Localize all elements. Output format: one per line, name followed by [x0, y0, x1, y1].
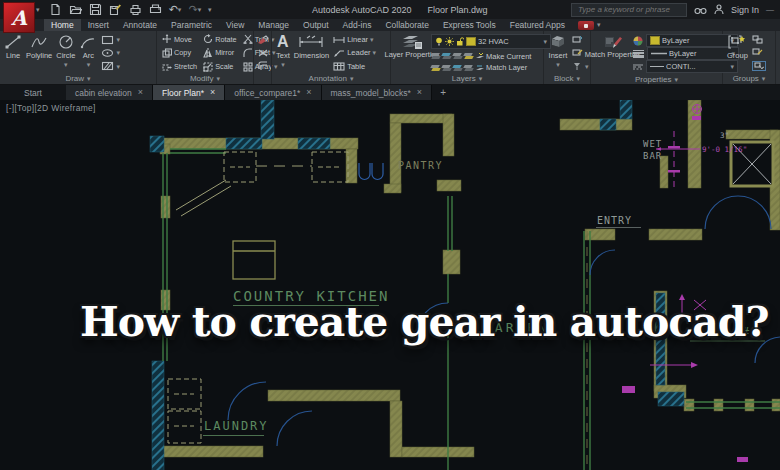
tab-output[interactable]: Output [296, 19, 336, 31]
layer-select-dropdown[interactable]: 32 HVAC ▾ [431, 34, 551, 49]
properties-panel-title[interactable]: Properties▾ [591, 74, 722, 84]
stretch-tool[interactable]: Stretch [162, 62, 197, 72]
linear-dimension-tool[interactable]: Linear▾ [333, 35, 376, 44]
plot-icon[interactable] [128, 3, 142, 17]
arc-caret-icon[interactable]: ▾ [87, 61, 91, 68]
tab-express-tools[interactable]: Express Tools [436, 19, 503, 31]
layer-lock-icon[interactable] [464, 52, 473, 60]
draw-panel-title[interactable]: Draw▾ [0, 73, 156, 84]
new-file-icon[interactable] [48, 3, 62, 17]
layer-thaw-all-icon[interactable] [442, 64, 451, 72]
help-search-field[interactable] [571, 3, 687, 17]
copy-tool[interactable]: Copy [162, 48, 197, 58]
kitchen-island [233, 241, 275, 279]
minimize-icon[interactable]: — [766, 5, 774, 14]
table-tool[interactable]: Table [333, 62, 376, 71]
search-input[interactable] [576, 4, 682, 15]
layer-properties-button[interactable]: Layer Properties [393, 33, 431, 73]
plugin-caret-icon[interactable]: ▾ [597, 21, 601, 29]
drawing-canvas[interactable]: [-][Top][2D Wireframe] [0, 100, 780, 470]
layer-thaw-sun-icon[interactable] [445, 37, 454, 46]
ellipse-tool[interactable]: ▾ [101, 48, 120, 58]
dimension-tool[interactable]: Dimension [292, 33, 331, 73]
group-tool[interactable]: Group [725, 33, 750, 73]
tab-annotate[interactable]: Annotate [116, 19, 164, 31]
hatch-tool[interactable]: ▾ [101, 61, 120, 71]
match-properties-button[interactable]: Match Properties [593, 33, 633, 74]
print-icon[interactable] [148, 3, 162, 17]
insert-block-tool[interactable]: Insert ▾ [546, 33, 570, 73]
close-icon[interactable]: × [210, 88, 215, 97]
close-icon[interactable]: × [306, 88, 311, 97]
tab-home[interactable]: Home [44, 19, 81, 31]
text-tool[interactable]: A Text ▾ [274, 33, 292, 73]
explode-icon[interactable] [257, 48, 269, 58]
close-icon[interactable]: × [417, 88, 422, 97]
scale-tool[interactable]: Scale [203, 62, 237, 72]
autocad-logo[interactable]: A [3, 2, 35, 33]
layer-walk-icon[interactable] [464, 64, 473, 72]
layer-freeze-icon[interactable] [453, 52, 462, 60]
tab-parametric[interactable]: Parametric [164, 19, 219, 31]
polyline-tool[interactable]: Polyline [24, 33, 54, 73]
file-tab-floor-plan[interactable]: Floor Plan*× [153, 85, 225, 100]
layer-isolate-icon[interactable] [442, 52, 451, 60]
offset-icon[interactable] [257, 61, 269, 71]
group-selection-toggle[interactable] [752, 61, 766, 71]
layer-off-icon[interactable] [431, 52, 440, 60]
rotate-tool[interactable]: Rotate [203, 34, 237, 44]
open-folder-icon[interactable] [68, 3, 82, 17]
close-icon[interactable]: × [138, 88, 143, 97]
match-layer-button[interactable]: Match Layer [486, 63, 527, 72]
make-current-button[interactable]: Make Current [486, 52, 531, 61]
rectangle-tool[interactable]: ▾ [101, 35, 120, 45]
tab-manage[interactable]: Manage [251, 19, 296, 31]
group-edit-icon[interactable] [752, 48, 766, 57]
tab-collaborate[interactable]: Collaborate [378, 19, 435, 31]
file-tab-cabin-elevation[interactable]: cabin elevation× [66, 85, 153, 100]
tab-insert[interactable]: Insert [81, 19, 116, 31]
modify-panel-title[interactable]: Modify▾ [157, 73, 253, 84]
layer-unlock-icon[interactable] [456, 37, 464, 46]
new-tab-plus-icon[interactable]: + [432, 85, 454, 100]
layer-color-swatch[interactable] [466, 37, 476, 46]
leader-tool[interactable]: Leader▾ [333, 48, 376, 57]
tab-addins[interactable]: Add-ins [336, 19, 379, 31]
circle-caret-icon[interactable]: ▾ [64, 61, 68, 68]
utilities-panel-title[interactable]: Uti [776, 73, 780, 84]
layers-panel-title[interactable]: Layers▾ [391, 73, 543, 84]
search-binoculars-icon[interactable] [694, 5, 707, 15]
file-tab-mass-model-blocks[interactable]: mass_model_blocks*× [322, 85, 433, 100]
file-tab-office-compare[interactable]: office_compare1*× [225, 85, 321, 100]
account-person-icon[interactable] [714, 4, 724, 15]
room-label-pantry: PANTRY [398, 160, 443, 171]
block-attributes-icon[interactable]: ▾ [572, 62, 589, 71]
groups-panel-title[interactable]: Groups▾ [723, 73, 775, 84]
viewport-controls[interactable]: [-][Top][2D Wireframe] [6, 103, 96, 113]
layer-unisolate-icon[interactable] [431, 64, 440, 72]
layer-on-bulb-icon[interactable] [435, 37, 443, 46]
dimension-icon [298, 34, 324, 50]
create-block-icon[interactable] [572, 35, 589, 44]
sign-in-button[interactable]: Sign In [731, 5, 759, 15]
logo-caret-icon[interactable]: ▾ [36, 6, 40, 14]
move-tool[interactable]: Move [162, 34, 197, 44]
line-tool[interactable]: Line [2, 33, 24, 73]
layer-unlock-all-icon[interactable] [453, 64, 462, 72]
block-panel-title[interactable]: Block▾ [544, 73, 590, 84]
save-as-icon[interactable] [108, 3, 122, 17]
circle-tool[interactable]: Circle ▾ [54, 33, 77, 73]
plugin-icon[interactable] [578, 21, 594, 30]
arc-tool[interactable]: Arc ▾ [77, 33, 99, 73]
qat-customize-icon[interactable]: ▾ [208, 6, 212, 13]
tab-featured-apps[interactable]: Featured Apps [503, 19, 572, 31]
redo-icon[interactable]: ↷▾ [188, 3, 202, 17]
undo-icon[interactable]: ↶▾ [168, 3, 182, 17]
file-tab-start[interactable]: Start [0, 85, 66, 100]
ungroup-icon[interactable] [752, 35, 766, 44]
mirror-tool[interactable]: Mirror [203, 48, 237, 58]
save-icon[interactable] [88, 3, 102, 17]
erase-icon[interactable] [257, 35, 269, 45]
tab-view[interactable]: View [219, 19, 251, 31]
annotation-panel-title[interactable]: Annotation▾ [272, 73, 390, 84]
